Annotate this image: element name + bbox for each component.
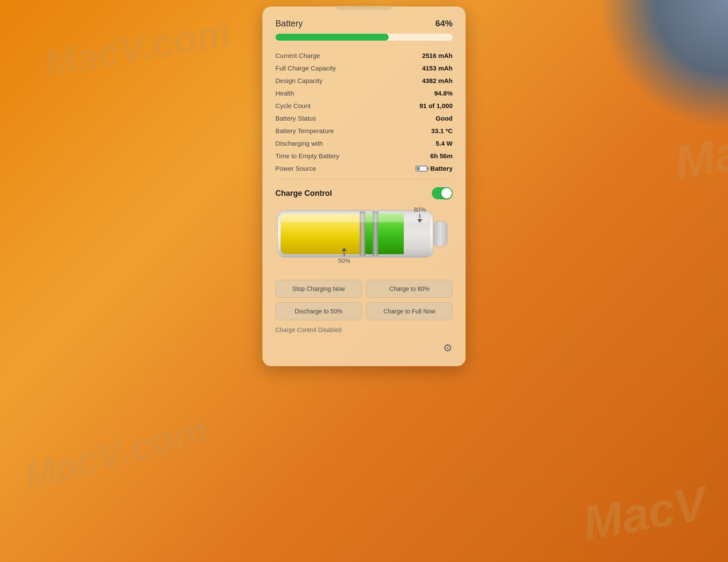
label-power-source: Power Source xyxy=(275,165,316,172)
battery-panel: Battery 64% Current Charge 2516 mAh Full… xyxy=(262,6,466,366)
spacer xyxy=(275,267,453,280)
charge-control-status: Charge Control Disabled xyxy=(275,326,453,333)
battery-header: Battery 64% xyxy=(275,19,453,29)
watermark-top-left: MacV.com xyxy=(41,10,234,86)
lower-percent-label: 50% xyxy=(338,257,350,264)
battery-percent: 64% xyxy=(435,19,453,29)
battery-visual-section: 80% xyxy=(275,206,453,262)
charge-control-toggle[interactable] xyxy=(432,187,453,199)
value-battery-status: Good xyxy=(436,115,453,122)
upper-arrow-head xyxy=(417,219,422,223)
settings-gear-icon[interactable]: ⚙ xyxy=(443,342,453,354)
battery-progress-bar xyxy=(275,34,453,41)
info-row-power-source: Power Source Battery xyxy=(275,162,453,175)
info-row-health: Health 94.8% xyxy=(275,87,453,99)
label-discharging: Discharging with xyxy=(275,140,323,147)
upper-percent-annotation: 80% xyxy=(414,206,426,223)
label-cycle-count: Cycle Count xyxy=(275,102,311,109)
charge-to-full-button[interactable]: Charge to Full Now xyxy=(366,302,453,320)
power-source-battery-icon xyxy=(415,166,428,172)
action-buttons-grid: Stop Charging Now Charge to 80% Discharg… xyxy=(275,280,453,320)
info-row-cycle-count: Cycle Count 91 of 1,000 xyxy=(275,99,453,112)
upper-arrow-line xyxy=(419,214,420,218)
value-time-to-empty: 6h 56m xyxy=(430,152,453,160)
info-row-time-to-empty: Time to Empty Battery 6h 56m xyxy=(275,150,453,162)
upper-percent-label: 80% xyxy=(414,206,426,213)
label-current-charge: Current Charge xyxy=(275,52,320,59)
section-divider xyxy=(275,179,453,179)
gear-row: ⚙ xyxy=(275,342,453,354)
label-battery-status: Battery Status xyxy=(275,115,316,122)
lower-arrow-head xyxy=(342,248,347,251)
panel-notch xyxy=(336,6,392,10)
value-battery-temperature: 33.1 ºC xyxy=(431,127,453,134)
battery-title: Battery xyxy=(275,19,303,29)
value-power-source: Battery xyxy=(430,165,453,172)
toggle-knob xyxy=(441,188,452,198)
value-current-charge: 2516 mAh xyxy=(422,52,453,59)
label-time-to-empty: Time to Empty Battery xyxy=(275,152,339,160)
value-discharging: 5.4 W xyxy=(436,140,453,147)
info-row-discharging: Discharging with 5.4 W xyxy=(275,137,453,150)
power-source-battery-fill xyxy=(417,167,420,170)
lower-arrow-line xyxy=(344,252,345,256)
label-design-capacity: Design Capacity xyxy=(275,77,322,84)
power-source-value-container: Battery xyxy=(415,165,453,172)
svg-rect-7 xyxy=(434,221,447,246)
label-full-charge-capacity: Full Charge Capacity xyxy=(275,64,336,72)
info-row-battery-status: Battery Status Good xyxy=(275,112,453,125)
watermark-bottom-right: MacV xyxy=(578,475,710,551)
info-row-current-charge: Current Charge 2516 mAh xyxy=(275,49,453,62)
value-health: 94.8% xyxy=(434,89,453,97)
info-row-battery-temperature: Battery Temperature 33.1 ºC xyxy=(275,125,453,137)
discharge-to-50-button[interactable]: Discharge to 50% xyxy=(275,302,362,320)
watermark-right: Ma xyxy=(671,125,728,190)
charge-control-label: Charge Control xyxy=(275,189,332,198)
lower-percent-annotation: 50% xyxy=(338,248,350,264)
charge-to-80-button[interactable]: Charge to 80% xyxy=(366,280,453,298)
value-cycle-count: 91 of 1,000 xyxy=(419,102,453,109)
label-battery-temperature: Battery Temperature xyxy=(275,127,334,134)
charge-control-row: Charge Control xyxy=(275,184,453,206)
svg-rect-8 xyxy=(281,214,430,222)
battery-svg xyxy=(275,206,453,262)
background-accent xyxy=(598,0,728,130)
stop-charging-button[interactable]: Stop Charging Now xyxy=(275,280,362,298)
info-row-full-charge-capacity: Full Charge Capacity 4153 mAh xyxy=(275,62,453,74)
value-design-capacity: 4382 mAh xyxy=(422,77,453,84)
battery-progress-fill xyxy=(275,34,389,41)
watermark-bottom-left: MacV.com xyxy=(19,407,213,499)
info-row-design-capacity: Design Capacity 4382 mAh xyxy=(275,74,453,87)
value-full-charge-capacity: 4153 mAh xyxy=(422,64,453,72)
label-health: Health xyxy=(275,89,294,97)
